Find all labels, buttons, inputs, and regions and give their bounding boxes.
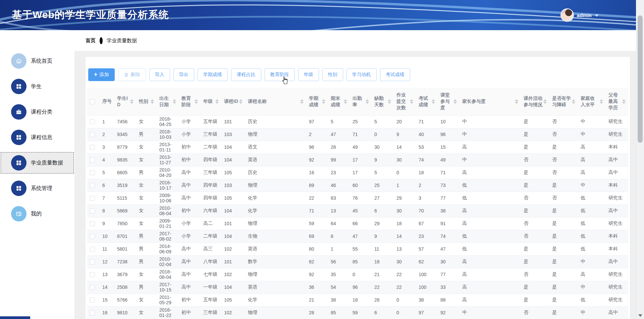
- sort-caret-icon[interactable]: [600, 99, 603, 104]
- column-header-2[interactable]: 学生ID: [114, 88, 136, 115]
- column-header-19[interactable]: 家庭收入水平: [578, 88, 606, 115]
- sort-caret-icon[interactable]: [173, 99, 176, 104]
- sidebar-item-3[interactable]: 课程分类: [1, 101, 74, 123]
- column-header-7[interactable]: 课程ID: [221, 88, 245, 115]
- row-checkbox-cell: [87, 128, 100, 141]
- row-checkbox[interactable]: [90, 145, 95, 150]
- column-header-13[interactable]: 作业提交次数: [394, 88, 416, 115]
- column-header-label: 序号: [102, 98, 112, 105]
- table-cell: 否: [521, 192, 549, 204]
- row-checkbox[interactable]: [90, 170, 95, 175]
- sidebar-item-4[interactable]: 课程信息: [1, 127, 74, 148]
- sort-caret-icon[interactable]: [453, 99, 457, 104]
- sidebar-item-1[interactable]: 系统首页: [1, 50, 74, 72]
- sort-caret-icon[interactable]: [515, 99, 518, 104]
- column-header-15[interactable]: 课堂参与度: [438, 88, 460, 115]
- toolbar-button-4[interactable]: 导出: [173, 68, 194, 81]
- toolbar-button-10[interactable]: 学习动机: [346, 68, 377, 81]
- column-header-20[interactable]: 父母最高学历: [606, 88, 628, 115]
- table-cell: 中: [460, 115, 521, 128]
- user-menu[interactable]: admin: [560, 8, 599, 22]
- sort-caret-icon[interactable]: [622, 99, 626, 104]
- sort-caret-icon[interactable]: [432, 99, 435, 104]
- row-checkbox[interactable]: [90, 221, 95, 226]
- sort-caret-icon[interactable]: [572, 99, 575, 104]
- sort-caret-icon[interactable]: [239, 99, 243, 104]
- table-cell: 小学: [179, 128, 201, 141]
- breadcrumb-home[interactable]: 首页: [86, 38, 96, 44]
- sort-caret-icon[interactable]: [130, 99, 133, 104]
- column-header-18[interactable]: 是否有学习障碍: [549, 88, 578, 115]
- scrollbar-down-arrow-icon[interactable]: [638, 314, 642, 317]
- table-cell: 105: [221, 294, 245, 306]
- row-checkbox[interactable]: [90, 196, 95, 201]
- sort-caret-icon[interactable]: [151, 99, 154, 104]
- sort-caret-icon[interactable]: [300, 99, 304, 104]
- row-checkbox[interactable]: [90, 183, 95, 188]
- table-body: 17456女2018-04-25小学五年级101历史975255207110中是…: [87, 115, 628, 319]
- column-header-label: 教育阶段: [181, 95, 194, 108]
- column-header-17[interactable]: 课外活动参与情况: [521, 88, 549, 115]
- row-checkbox[interactable]: [90, 272, 95, 277]
- row-checkbox[interactable]: [90, 132, 95, 137]
- toolbar-button-2[interactable]: 删除: [118, 68, 146, 81]
- row-checkbox[interactable]: [90, 119, 95, 124]
- sort-caret-icon[interactable]: [195, 99, 198, 104]
- scrollbar-thumb[interactable]: [638, 15, 643, 143]
- row-checkbox-cell: [87, 179, 100, 192]
- row-checkbox[interactable]: [90, 310, 95, 315]
- column-header-6[interactable]: 年级: [201, 88, 221, 115]
- column-header-4[interactable]: 出生日期: [157, 88, 179, 115]
- column-header-12[interactable]: 缺勤天数: [372, 88, 394, 115]
- row-checkbox[interactable]: [90, 208, 95, 213]
- sort-caret-icon[interactable]: [344, 99, 347, 104]
- row-checkbox[interactable]: [90, 247, 95, 252]
- sort-caret-icon[interactable]: [388, 99, 391, 104]
- row-checkbox[interactable]: [90, 259, 95, 264]
- sidebar-item-5[interactable]: 学业质量数据: [1, 152, 74, 174]
- sort-caret-icon[interactable]: [366, 99, 369, 104]
- table-cell: 研究生: [606, 192, 628, 204]
- column-header-14[interactable]: 考试成绩: [416, 88, 438, 115]
- sidebar-item-2[interactable]: 学生: [1, 76, 74, 97]
- column-header-16[interactable]: 家长参与度: [460, 88, 521, 115]
- sort-caret-icon[interactable]: [322, 99, 325, 104]
- row-checkbox[interactable]: [90, 285, 95, 290]
- data-table: 序号学生ID性别出生日期教育阶段年级课程ID课程名称学期成绩期末成绩出勤率缺勤天…: [87, 88, 628, 319]
- sort-caret-icon[interactable]: [215, 99, 219, 104]
- toolbar-button-11[interactable]: 考试成绩: [380, 68, 410, 81]
- column-header-10[interactable]: 期末成绩: [328, 88, 350, 115]
- sort-caret-icon[interactable]: [543, 99, 547, 104]
- sidebar-item-6[interactable]: 系统管理: [1, 178, 74, 199]
- column-header-8[interactable]: 课程名称: [245, 88, 306, 115]
- column-header-9[interactable]: 学期成绩: [306, 88, 328, 115]
- briefcase-icon: [11, 104, 26, 120]
- table-cell: 是: [549, 268, 578, 281]
- table-cell: 49: [438, 153, 460, 166]
- table-cell: 83: [328, 192, 350, 204]
- page-scrollbar[interactable]: [636, 0, 644, 319]
- table-cell: 49: [350, 141, 372, 153]
- toolbar-button-3[interactable]: 导入: [149, 68, 170, 81]
- column-header-label: 课堂参与度: [440, 92, 453, 111]
- toolbar-button-6[interactable]: 课程占比: [231, 68, 261, 81]
- column-header-label: 家长参与度: [462, 98, 486, 105]
- column-header-11[interactable]: 出勤率: [350, 88, 372, 115]
- row-checkbox[interactable]: [90, 157, 95, 163]
- sort-caret-icon[interactable]: [410, 99, 413, 104]
- avatar[interactable]: [560, 8, 574, 22]
- row-checkbox[interactable]: [90, 234, 95, 239]
- sidebar-item-7[interactable]: 我的: [1, 203, 74, 225]
- row-checkbox[interactable]: [90, 298, 95, 303]
- table-cell: 低: [460, 192, 521, 204]
- toolbar-button-1[interactable]: +添加: [88, 68, 115, 81]
- toolbar-button-9[interactable]: 性别: [322, 68, 343, 81]
- column-header-5[interactable]: 教育阶段: [179, 88, 201, 115]
- select-all-checkbox[interactable]: [90, 99, 95, 104]
- toolbar-button-8[interactable]: 年级: [298, 68, 319, 81]
- column-header-3[interactable]: 性别: [136, 88, 157, 115]
- grid-icon: [11, 130, 26, 145]
- toolbar-button-5[interactable]: 学期成绩: [198, 68, 228, 81]
- toolbar-button-7[interactable]: 教育阶段: [265, 68, 295, 81]
- table-cell: 30: [394, 204, 416, 217]
